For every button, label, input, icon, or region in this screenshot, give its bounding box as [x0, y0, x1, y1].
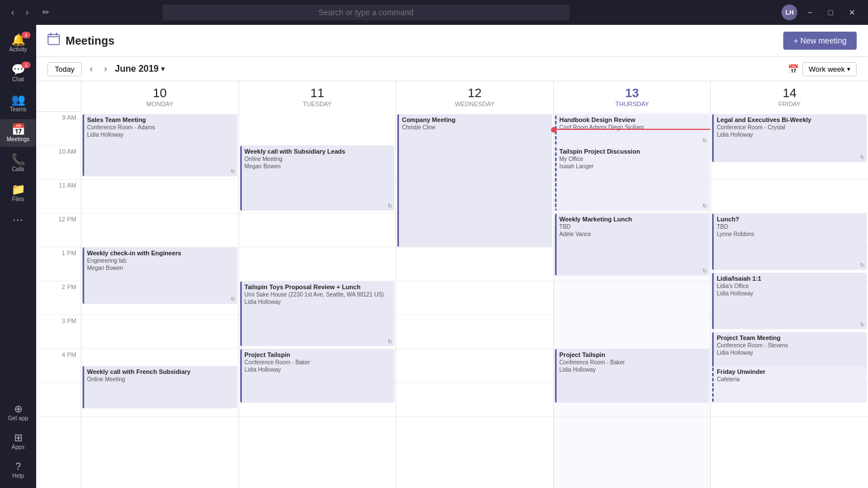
event-weekly-call-subsidiary[interactable]: Weekly call with Subsidiary Leads Online… — [240, 146, 395, 211]
month-label[interactable]: June 2019 ▾ — [115, 64, 164, 74]
day-header-tuesday: 11 Tuesday — [239, 81, 397, 112]
event-project-tailspin-tue[interactable]: Project Tailspin Conference Room - Baker… — [240, 349, 395, 403]
day-name: Monday — [84, 101, 236, 107]
chevron-down-icon: ▾ — [161, 65, 164, 73]
event-weekly-call-french[interactable]: Weekly call with French Subsidiary Onlin… — [83, 366, 237, 408]
close-button[interactable]: ✕ — [843, 6, 861, 19]
time-slot-1pm: 1 PM — [36, 247, 81, 281]
sidebar-item-apps[interactable]: ⊞ Apps — [0, 428, 36, 455]
time-slot-extra — [36, 383, 81, 417]
sidebar-item-label: Chat — [12, 76, 24, 82]
next-week-button[interactable]: › — [101, 62, 110, 76]
sidebar-item-label: Teams — [10, 106, 26, 112]
sidebar-item-activity[interactable]: 🔔 Activity 4 — [0, 29, 36, 57]
sidebar-item-label: Get app — [8, 415, 28, 421]
day-num: 14 — [713, 86, 866, 101]
calls-icon: 📞 — [11, 154, 25, 165]
day-col-friday: Legal and Executives Bi-Weekly Conferenc… — [711, 112, 868, 488]
event-tailspin-proposal[interactable]: Tailspin Toys Proposal Review + Lunch Um… — [240, 281, 395, 346]
chat-badge: 1 — [21, 62, 31, 68]
event-tailspin-discussion[interactable]: Tailspin Project Discussion My Office Is… — [555, 146, 710, 211]
prev-week-button[interactable]: ‹ — [86, 62, 96, 76]
nav-back-button[interactable]: ‹ — [7, 5, 19, 20]
minimize-button[interactable]: − — [802, 6, 818, 19]
recurring-icon: ↻ — [702, 137, 707, 143]
recurring-icon: ↻ — [860, 321, 865, 328]
sidebar-item-label: Files — [12, 196, 24, 202]
event-company-meeting[interactable]: Company Meeting Christie Cline — [397, 114, 552, 247]
sidebar-item-more[interactable]: ··· — [0, 209, 36, 229]
today-time-indicator — [554, 129, 711, 130]
event-legal-executives[interactable]: Legal and Executives Bi-Weekly Conferenc… — [712, 114, 867, 162]
time-gutter: 9 AM 10 AM 11 AM 12 PM 1 PM 2 PM 3 PM 4 … — [36, 112, 81, 488]
sidebar-item-label: Activity — [9, 46, 27, 53]
day-col-monday: Sales Team Meeting Conference Room - Ada… — [81, 112, 239, 488]
recurring-icon: ↻ — [231, 296, 235, 302]
svg-rect-2 — [56, 33, 57, 36]
sidebar-item-label: Apps — [12, 444, 25, 450]
maximize-button[interactable]: □ — [823, 6, 839, 19]
event-weekly-marketing-lunch[interactable]: Weekly Marketing Lunch TBD Adele Vance ↻ — [555, 213, 710, 276]
teams-icon: 👥 — [11, 94, 25, 105]
event-sales-team-meeting[interactable]: Sales Team Meeting Conference Room - Ada… — [83, 114, 237, 176]
day-num: 10 — [84, 86, 236, 101]
event-lidia-isaiah[interactable]: Lidia/Isaiah 1:1 Lidia's Office Lidia Ho… — [712, 273, 867, 329]
nav-forward-button[interactable]: › — [21, 5, 33, 20]
event-weekly-checkin-engineers[interactable]: Weekly check-in with Engineers Engineeri… — [83, 247, 237, 304]
time-slot-11am: 11 AM — [36, 180, 81, 213]
sidebar-item-calls[interactable]: 📞 Calls — [0, 149, 36, 177]
day-headers: 10 Monday 11 Tuesday 12 Wednesday — [36, 81, 868, 112]
files-icon: 📁 — [11, 184, 25, 195]
app-layout: 🔔 Activity 4 💬 Chat 1 👥 Teams 📅 Meetings… — [0, 25, 868, 488]
event-lunch[interactable]: Lunch? TBD Lynne Robbins ↻ — [712, 213, 867, 270]
meetings-icon: 📅 — [11, 124, 25, 135]
compose-button[interactable]: ✏ — [38, 5, 54, 20]
day-col-thursday: Handbook Design Review Conf Room Adams D… — [554, 112, 711, 488]
avatar[interactable]: LH — [782, 5, 797, 20]
sidebar-item-help[interactable]: ? Help — [0, 457, 36, 483]
day-header-monday: 10 Monday — [81, 81, 239, 112]
svg-rect-0 — [48, 34, 59, 45]
time-slot-12pm: 12 PM — [36, 213, 81, 247]
day-header-thursday: 13 Thursday — [554, 81, 711, 112]
svg-rect-1 — [50, 33, 51, 36]
sidebar-item-teams[interactable]: 👥 Teams — [0, 89, 36, 117]
help-icon: ? — [15, 461, 21, 472]
new-meeting-button[interactable]: + New meeting — [783, 32, 857, 50]
page-title: Meetings — [66, 34, 783, 47]
event-friday-unwinder[interactable]: Friday Unwinder Cafeteria — [712, 366, 867, 403]
sidebar-item-label: Meetings — [7, 136, 30, 142]
calendar-scroll-area[interactable]: 9 AM 10 AM 11 AM 12 PM 1 PM 2 PM 3 PM 4 … — [36, 112, 868, 488]
time-slot-2pm: 2 PM — [36, 281, 81, 315]
day-col-wednesday: Company Meeting Christie Cline — [396, 112, 554, 488]
day-header-wednesday: 12 Wednesday — [396, 81, 554, 112]
time-slot-4pm: 4 PM — [36, 349, 81, 383]
titlebar-nav: ‹ › — [7, 5, 33, 20]
recurring-icon: ↻ — [388, 203, 392, 209]
day-num: 11 — [241, 86, 394, 101]
recurring-icon: ↻ — [231, 168, 235, 175]
recurring-icon: ↻ — [860, 154, 865, 160]
sidebar-item-label: Help — [12, 473, 24, 479]
event-project-tailspin-thu[interactable]: Project Tailspin Conference Room - Baker… — [555, 349, 710, 403]
sidebar-item-getapp[interactable]: ⊕ Get app — [0, 399, 36, 426]
sidebar-item-files[interactable]: 📁 Files — [0, 179, 36, 207]
day-num: 12 — [398, 86, 551, 101]
view-select-button[interactable]: Work week ▾ — [802, 62, 857, 76]
day-header-friday: 14 Friday — [711, 81, 868, 112]
main-content: Meetings + New meeting Today ‹ › June 20… — [36, 25, 868, 488]
sidebar-item-label: Calls — [12, 166, 24, 172]
recurring-icon: ↻ — [702, 268, 707, 274]
gutter-header — [36, 81, 81, 112]
time-slot-9am: 9 AM — [36, 112, 81, 146]
day-col-tuesday: Weekly call with Subsidiary Leads Online… — [239, 112, 397, 488]
time-slot-3pm: 3 PM — [36, 315, 81, 349]
today-button[interactable]: Today — [47, 62, 82, 76]
toolbar-right: 📅 Work week ▾ — [788, 62, 857, 76]
more-icon: ··· — [12, 213, 24, 225]
sidebar-item-meetings[interactable]: 📅 Meetings — [0, 119, 36, 147]
search-input[interactable] — [163, 5, 570, 20]
sidebar-item-chat[interactable]: 💬 Chat 1 — [0, 59, 36, 87]
calendar-icon: 📅 — [788, 64, 799, 75]
day-name: Wednesday — [398, 101, 551, 107]
